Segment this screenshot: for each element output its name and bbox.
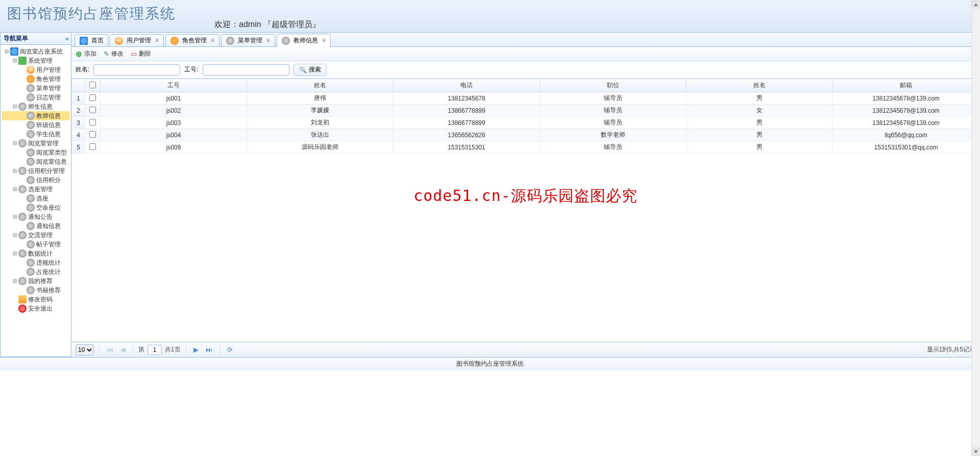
first-page-button[interactable]: ⏮ <box>105 346 115 353</box>
toggle-icon[interactable]: ⊟ <box>12 139 18 148</box>
tab-label: 首页 <box>91 36 104 45</box>
close-icon[interactable]: ✕ <box>210 37 215 44</box>
toggle-icon[interactable]: ⊟ <box>12 166 18 175</box>
nav-label: 菜单管理 <box>36 84 61 93</box>
search-button[interactable]: 🔍搜索 <box>293 64 327 76</box>
delete-button[interactable]: ▭删除 <box>131 49 151 58</box>
select-all-checkbox[interactable] <box>89 82 96 88</box>
tab-首页[interactable]: 首页 <box>75 34 108 46</box>
plus-icon: ⊕ <box>76 49 82 59</box>
toggle-icon[interactable]: ⊟ <box>12 185 18 194</box>
toggle-icon[interactable]: ⊟ <box>12 56 18 65</box>
collapse-sidebar-icon[interactable]: « <box>65 35 69 42</box>
cell: 15315315301 <box>394 141 540 154</box>
table-row[interactable]: 1js001唐伟13812345678辅导员男13812345678@139.c… <box>72 92 979 105</box>
tab-label: 用户管理 <box>127 36 151 45</box>
toggle-icon[interactable]: ⊟ <box>12 231 18 240</box>
close-icon[interactable]: ✕ <box>266 37 271 44</box>
ic-gear-icon <box>27 259 35 267</box>
nav-item-交流管理[interactable]: ⊟交流管理 <box>2 231 70 240</box>
table-row[interactable]: 3js003刘龙初13866778899辅导员男13812345678@139.… <box>72 117 979 129</box>
col-header[interactable]: 姓名 <box>687 79 833 92</box>
nav-item-阅览室信息[interactable]: 阅览室信息 <box>2 157 70 166</box>
nav-item-空余座位[interactable]: 空余座位 <box>2 203 70 212</box>
ic-gear-icon <box>27 286 35 294</box>
table-row[interactable]: 5js009源码乐园老师15315315301辅导员男15315315301@q… <box>72 141 979 154</box>
row-checkbox[interactable] <box>89 94 96 101</box>
col-header[interactable]: 职位 <box>540 79 687 92</box>
nav-item-我的推荐[interactable]: ⊟我的推荐 <box>2 276 70 286</box>
col-header[interactable]: 邮箱 <box>833 79 979 92</box>
cell: 13812345678@139.com <box>833 117 979 129</box>
edit-button[interactable]: ✎修改 <box>104 49 124 58</box>
nav-item-选座管理[interactable]: ⊟选座管理 <box>2 185 70 194</box>
scroll-up-icon[interactable]: ▲ <box>972 0 981 9</box>
nav-item-用户管理[interactable]: 用户管理 <box>2 65 70 74</box>
col-header[interactable]: 电话 <box>394 79 540 92</box>
tab-教师信息[interactable]: 教师信息✕ <box>277 34 331 47</box>
pager-info: 显示1到5,共5记录 <box>927 345 975 354</box>
tab-label: 角色管理 <box>182 36 207 45</box>
nav-item-违规统计[interactable]: 违规统计 <box>2 258 70 267</box>
nav-item-通知信息[interactable]: 通知信息 <box>2 221 70 231</box>
nav-item-系统管理[interactable]: ⊟系统管理 <box>2 56 70 65</box>
nav-item-占座统计[interactable]: 占座统计 <box>2 267 70 276</box>
page-size-select[interactable]: 10 <box>76 344 94 356</box>
ic-lock-icon <box>18 295 27 303</box>
nav-item-菜单管理[interactable]: 菜单管理 <box>2 84 70 93</box>
nav-item-角色管理[interactable]: 角色管理 <box>2 74 70 84</box>
toggle-icon[interactable]: ⊟ <box>12 102 18 111</box>
scroll-down-icon[interactable]: ▼ <box>972 447 981 456</box>
vertical-scrollbar[interactable]: ▲ ▼ <box>971 0 980 456</box>
toggle-icon[interactable]: ⊟ <box>12 249 18 258</box>
nav-item-安全退出[interactable]: 安全退出 <box>2 304 70 313</box>
col-header[interactable]: 姓名 <box>247 79 394 92</box>
close-icon[interactable]: ✕ <box>322 37 326 44</box>
nav-item-教师信息[interactable]: 教师信息 <box>2 111 70 120</box>
tab-用户管理[interactable]: 用户管理✕ <box>110 34 164 46</box>
nav-item-信用积分[interactable]: 信用积分 <box>2 175 70 185</box>
nav-item-阅览室类型[interactable]: 阅览室类型 <box>2 148 70 157</box>
cell: 数学老师 <box>540 129 687 141</box>
ic-gear-icon <box>18 213 27 221</box>
ic-gear-icon <box>27 204 35 212</box>
name-input[interactable] <box>93 64 180 75</box>
next-page-button[interactable]: ▶ <box>191 346 201 353</box>
toggle-icon[interactable]: ⊟ <box>12 212 18 221</box>
row-checkbox[interactable] <box>89 131 96 138</box>
toggle-icon[interactable]: ⊟ <box>4 47 10 56</box>
refresh-button[interactable]: ⟳ <box>225 346 235 353</box>
nav-label: 用户管理 <box>36 65 61 74</box>
nav-item-通知公告[interactable]: ⊟通知公告 <box>2 212 70 221</box>
nav-item-数据统计[interactable]: ⊟数据统计 <box>2 249 70 258</box>
page-input[interactable] <box>148 345 162 355</box>
nav-item-信用积分管理[interactable]: ⊟信用积分管理 <box>2 166 70 175</box>
nav-item-学生信息[interactable]: 学生信息 <box>2 130 70 139</box>
toggle-icon[interactable]: ⊟ <box>12 276 18 286</box>
nav-item-日志管理[interactable]: 日志管理 <box>2 93 70 102</box>
tab-角色管理[interactable]: 角色管理✕ <box>165 34 219 46</box>
nav-item-帖子管理[interactable]: 帖子管理 <box>2 240 70 249</box>
nav-item-书籍推荐[interactable]: 书籍推荐 <box>2 286 70 295</box>
row-checkbox[interactable] <box>89 143 96 150</box>
id-input[interactable] <box>203 64 289 75</box>
tab-菜单管理[interactable]: 菜单管理✕ <box>221 34 275 46</box>
col-header[interactable]: 工号 <box>101 79 247 92</box>
nav-item-选座[interactable]: 选座 <box>2 194 70 203</box>
ic-home-icon <box>10 47 18 56</box>
nav-item-修改密码[interactable]: 修改密码 <box>2 295 70 304</box>
last-page-button[interactable]: ⏭ <box>204 346 214 353</box>
prev-page-button[interactable]: ◀ <box>118 346 128 353</box>
table-row[interactable]: 4js004张达出13656562626数学老师男llq656@qq.com <box>72 129 979 141</box>
nav-item-阅览室管理[interactable]: ⊟阅览室管理 <box>2 139 70 148</box>
row-checkbox[interactable] <box>89 107 96 113</box>
add-button[interactable]: ⊕添加 <box>76 49 96 59</box>
row-checkbox[interactable] <box>89 119 96 125</box>
nav-item-阅览室占座系统[interactable]: ⊟阅览室占座系统 <box>2 47 70 56</box>
close-icon[interactable]: ✕ <box>155 37 159 44</box>
nav-item-班级信息[interactable]: 班级信息 <box>2 120 70 130</box>
app-title: 图书馆预约占座管理系统 <box>0 0 980 23</box>
table-row[interactable]: 2js002李媛媛13866778899辅导员女13812345678@139.… <box>72 105 979 117</box>
toolbar: ⊕添加 ✎修改 ▭删除 <box>71 47 979 61</box>
nav-item-师生信息[interactable]: ⊟师生信息 <box>2 102 70 111</box>
